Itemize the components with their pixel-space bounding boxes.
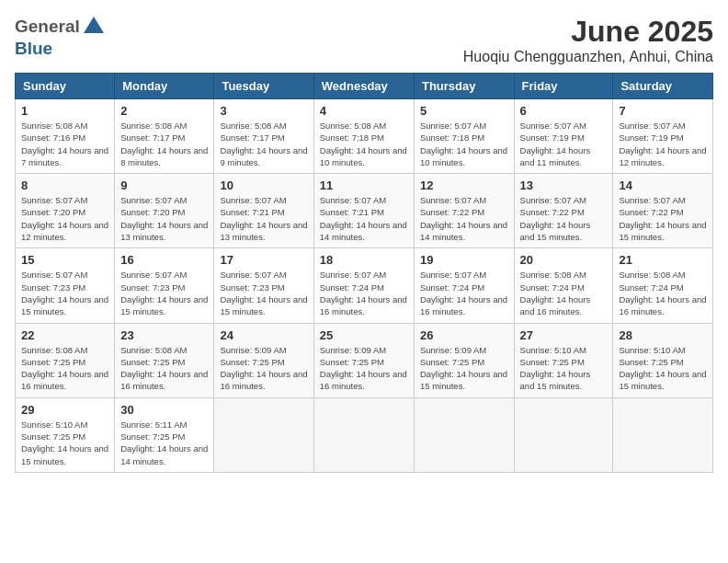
day-info: Sunrise: 5:11 AMSunset: 7:25 PMDaylight:… <box>120 419 208 467</box>
day-number: 15 <box>21 253 108 267</box>
day-number: 26 <box>420 328 508 342</box>
calendar-cell: 30Sunrise: 5:11 AMSunset: 7:25 PMDayligh… <box>115 397 214 472</box>
day-info: Sunrise: 5:09 AMSunset: 7:25 PMDaylight:… <box>320 344 408 393</box>
day-info: Sunrise: 5:08 AMSunset: 7:24 PMDaylight:… <box>520 269 608 317</box>
day-number: 8 <box>21 178 108 192</box>
day-number: 16 <box>120 253 208 267</box>
day-number: 4 <box>320 104 408 118</box>
weekday-header-thursday: Thursday <box>414 74 514 99</box>
day-info: Sunrise: 5:07 AMSunset: 7:23 PMDaylight:… <box>120 269 208 317</box>
calendar-cell: 5Sunrise: 5:07 AMSunset: 7:18 PMDaylight… <box>414 99 514 174</box>
day-number: 24 <box>220 328 307 342</box>
calendar-cell <box>313 397 414 472</box>
calendar-cell: 27Sunrise: 5:10 AMSunset: 7:25 PMDayligh… <box>514 323 613 397</box>
calendar-cell: 22Sunrise: 5:08 AMSunset: 7:25 PMDayligh… <box>16 323 115 397</box>
svg-marker-0 <box>84 17 104 33</box>
logo-icon <box>84 15 104 35</box>
week-row-4: 22Sunrise: 5:08 AMSunset: 7:25 PMDayligh… <box>16 323 713 397</box>
calendar-cell: 1Sunrise: 5:08 AMSunset: 7:16 PMDaylight… <box>16 99 115 174</box>
month-title: June 2025 <box>463 15 713 49</box>
day-info: Sunrise: 5:07 AMSunset: 7:24 PMDaylight:… <box>420 269 508 317</box>
calendar-cell <box>414 397 514 472</box>
day-info: Sunrise: 5:07 AMSunset: 7:22 PMDaylight:… <box>619 194 707 243</box>
day-number: 11 <box>320 178 408 192</box>
day-number: 2 <box>120 104 208 118</box>
day-number: 12 <box>420 178 508 192</box>
calendar-cell: 4Sunrise: 5:08 AMSunset: 7:18 PMDaylight… <box>313 99 414 174</box>
day-info: Sunrise: 5:08 AMSunset: 7:17 PMDaylight:… <box>120 120 208 168</box>
calendar-cell: 20Sunrise: 5:08 AMSunset: 7:24 PMDayligh… <box>514 248 613 323</box>
calendar-cell: 13Sunrise: 5:07 AMSunset: 7:22 PMDayligh… <box>514 174 613 248</box>
day-number: 7 <box>619 104 707 118</box>
logo: General Blue <box>15 15 104 59</box>
day-number: 23 <box>120 328 208 342</box>
day-info: Sunrise: 5:07 AMSunset: 7:19 PMDaylight:… <box>520 120 608 168</box>
day-info: Sunrise: 5:08 AMSunset: 7:24 PMDaylight:… <box>619 269 707 317</box>
page-header: General Blue June 2025 Huoqiu Chengguanz… <box>15 15 713 65</box>
day-number: 25 <box>320 328 408 342</box>
day-number: 30 <box>120 403 208 417</box>
calendar-cell: 28Sunrise: 5:10 AMSunset: 7:25 PMDayligh… <box>613 323 713 397</box>
day-info: Sunrise: 5:07 AMSunset: 7:21 PMDaylight:… <box>220 194 307 243</box>
calendar-cell <box>514 397 613 472</box>
day-info: Sunrise: 5:07 AMSunset: 7:18 PMDaylight:… <box>420 120 508 168</box>
day-info: Sunrise: 5:07 AMSunset: 7:23 PMDaylight:… <box>21 269 108 317</box>
day-number: 27 <box>520 328 608 342</box>
day-number: 17 <box>220 253 307 267</box>
calendar-cell: 10Sunrise: 5:07 AMSunset: 7:21 PMDayligh… <box>214 174 313 248</box>
calendar-cell: 21Sunrise: 5:08 AMSunset: 7:24 PMDayligh… <box>613 248 713 323</box>
day-info: Sunrise: 5:08 AMSunset: 7:16 PMDaylight:… <box>21 120 108 168</box>
calendar-cell: 19Sunrise: 5:07 AMSunset: 7:24 PMDayligh… <box>414 248 514 323</box>
day-number: 22 <box>21 328 108 342</box>
day-number: 28 <box>619 328 707 342</box>
day-number: 5 <box>420 104 508 118</box>
day-info: Sunrise: 5:10 AMSunset: 7:25 PMDaylight:… <box>619 344 707 393</box>
logo-general-text: General <box>15 17 80 37</box>
day-info: Sunrise: 5:07 AMSunset: 7:20 PMDaylight:… <box>21 194 108 243</box>
calendar-cell: 6Sunrise: 5:07 AMSunset: 7:19 PMDaylight… <box>514 99 613 174</box>
title-area: June 2025 Huoqiu Chengguanzhen, Anhui, C… <box>463 15 713 65</box>
day-number: 14 <box>619 178 707 192</box>
day-number: 3 <box>220 104 307 118</box>
day-info: Sunrise: 5:07 AMSunset: 7:19 PMDaylight:… <box>619 120 707 168</box>
calendar-cell <box>214 397 313 472</box>
calendar-cell: 26Sunrise: 5:09 AMSunset: 7:25 PMDayligh… <box>414 323 514 397</box>
weekday-header-saturday: Saturday <box>613 74 713 99</box>
calendar-cell: 9Sunrise: 5:07 AMSunset: 7:20 PMDaylight… <box>115 174 214 248</box>
day-number: 20 <box>520 253 608 267</box>
week-row-1: 1Sunrise: 5:08 AMSunset: 7:16 PMDaylight… <box>16 99 713 174</box>
day-info: Sunrise: 5:10 AMSunset: 7:25 PMDaylight:… <box>520 344 608 393</box>
day-info: Sunrise: 5:09 AMSunset: 7:25 PMDaylight:… <box>220 344 307 393</box>
day-info: Sunrise: 5:07 AMSunset: 7:21 PMDaylight:… <box>320 194 408 243</box>
calendar-cell: 29Sunrise: 5:10 AMSunset: 7:25 PMDayligh… <box>16 397 115 472</box>
calendar-cell: 24Sunrise: 5:09 AMSunset: 7:25 PMDayligh… <box>214 323 313 397</box>
calendar-cell: 18Sunrise: 5:07 AMSunset: 7:24 PMDayligh… <box>313 248 414 323</box>
location-title: Huoqiu Chengguanzhen, Anhui, China <box>463 49 713 65</box>
day-info: Sunrise: 5:07 AMSunset: 7:24 PMDaylight:… <box>320 269 408 317</box>
day-info: Sunrise: 5:09 AMSunset: 7:25 PMDaylight:… <box>420 344 508 393</box>
calendar-table: SundayMondayTuesdayWednesdayThursdayFrid… <box>15 73 713 473</box>
calendar-cell: 7Sunrise: 5:07 AMSunset: 7:19 PMDaylight… <box>613 99 713 174</box>
calendar-cell: 25Sunrise: 5:09 AMSunset: 7:25 PMDayligh… <box>313 323 414 397</box>
weekday-header-monday: Monday <box>115 74 214 99</box>
weekday-header-row: SundayMondayTuesdayWednesdayThursdayFrid… <box>16 74 713 99</box>
day-number: 9 <box>120 178 208 192</box>
logo-blue-text: Blue <box>15 39 52 58</box>
calendar-cell: 2Sunrise: 5:08 AMSunset: 7:17 PMDaylight… <box>115 99 214 174</box>
day-info: Sunrise: 5:07 AMSunset: 7:23 PMDaylight:… <box>220 269 307 317</box>
day-number: 13 <box>520 178 608 192</box>
day-info: Sunrise: 5:07 AMSunset: 7:20 PMDaylight:… <box>120 194 208 243</box>
day-info: Sunrise: 5:08 AMSunset: 7:18 PMDaylight:… <box>320 120 408 168</box>
calendar-cell: 3Sunrise: 5:08 AMSunset: 7:17 PMDaylight… <box>214 99 313 174</box>
calendar-cell: 16Sunrise: 5:07 AMSunset: 7:23 PMDayligh… <box>115 248 214 323</box>
day-number: 29 <box>21 403 108 417</box>
weekday-header-wednesday: Wednesday <box>313 74 414 99</box>
day-info: Sunrise: 5:08 AMSunset: 7:17 PMDaylight:… <box>220 120 307 168</box>
calendar-cell: 11Sunrise: 5:07 AMSunset: 7:21 PMDayligh… <box>313 174 414 248</box>
day-number: 21 <box>619 253 707 267</box>
weekday-header-sunday: Sunday <box>16 74 115 99</box>
day-info: Sunrise: 5:08 AMSunset: 7:25 PMDaylight:… <box>120 344 208 393</box>
day-number: 19 <box>420 253 508 267</box>
weekday-header-tuesday: Tuesday <box>214 74 313 99</box>
day-number: 10 <box>220 178 307 192</box>
